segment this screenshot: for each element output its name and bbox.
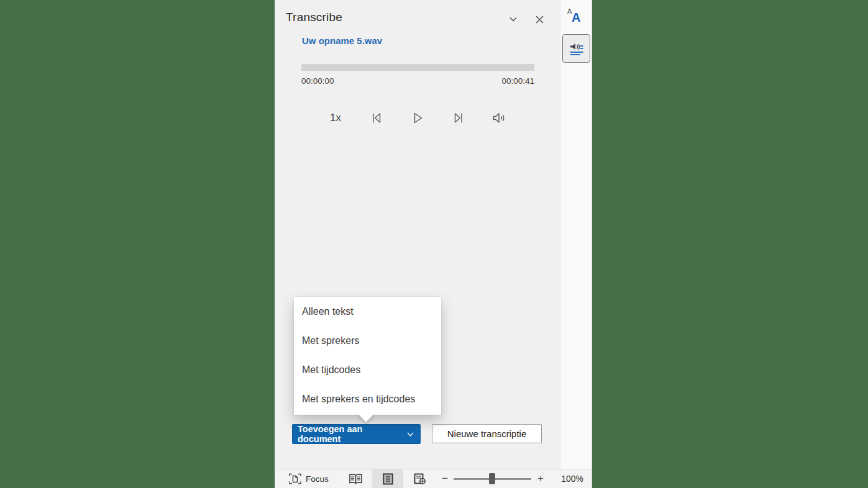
print-layout-button-selected[interactable] [372, 469, 403, 488]
add-to-document-menu: Alleen tekst Met sprekers Met tijdcodes … [294, 297, 441, 415]
focus-mode-button[interactable]: Focus [289, 469, 329, 488]
play-button[interactable] [409, 109, 426, 127]
zoom-out-button[interactable]: − [438, 469, 452, 488]
read-mode-book-icon [349, 474, 363, 484]
chevron-down-icon [508, 14, 518, 24]
web-layout-icon [414, 473, 426, 485]
playback-controls: 1x [275, 105, 560, 131]
tab-transcribe-pane-selected[interactable] [562, 34, 590, 63]
playback-speed-button[interactable]: 1x [327, 109, 344, 127]
skip-forward-icon [451, 111, 466, 125]
collapse-pane-button[interactable] [505, 11, 521, 27]
zoom-slider-handle[interactable] [489, 473, 495, 484]
skip-back-button[interactable] [368, 109, 385, 127]
volume-icon [491, 111, 508, 125]
skip-back-icon [369, 111, 384, 125]
transcribe-speaker-icon [568, 40, 585, 57]
elapsed-time: 00:00:00 [301, 76, 334, 86]
zoom-in-button[interactable]: + [534, 469, 547, 488]
menu-item-with-speakers-and-timestamps[interactable]: Met sprekers en tijdcodes [294, 384, 441, 413]
letter-a-large-icon: A [572, 11, 580, 25]
focus-icon [289, 473, 301, 485]
menu-item-with-timestamps[interactable]: Met tijdcodes [294, 355, 441, 384]
word-transcribe-window: Transcribe Uw opname 5.wav 00:00:00 00:0… [275, 0, 592, 488]
menu-item-text-only[interactable]: Alleen tekst [294, 297, 441, 326]
close-pane-button[interactable] [531, 11, 547, 27]
status-bar: Focus [275, 469, 592, 488]
focus-label: Focus [306, 474, 329, 484]
pane-tab-sidebar: A A [560, 0, 592, 469]
transcribe-pane: Transcribe Uw opname 5.wav 00:00:00 00:0… [275, 0, 560, 469]
menu-item-with-speakers[interactable]: Met sprekers [294, 326, 441, 355]
play-icon [410, 111, 425, 125]
skip-forward-button[interactable] [450, 109, 467, 127]
add-to-document-label: Toevoegen aan document [298, 424, 406, 444]
new-transcription-button[interactable]: Nieuwe transcriptie [432, 424, 542, 443]
read-mode-button[interactable] [340, 469, 371, 488]
volume-button[interactable] [491, 109, 508, 127]
pane-title: Transcribe [286, 11, 342, 24]
tab-text-pane[interactable]: A A [565, 7, 588, 29]
chevron-down-icon [406, 430, 414, 438]
zoom-level-button[interactable]: 100% [561, 469, 583, 488]
print-layout-icon [383, 473, 393, 485]
playback-progress-bar[interactable] [301, 64, 534, 71]
web-layout-button[interactable] [404, 469, 436, 488]
close-icon [535, 15, 544, 24]
recording-file-link[interactable]: Uw opname 5.wav [302, 35, 382, 46]
new-transcription-label: Nieuwe transcriptie [447, 428, 527, 439]
total-duration: 00:00:41 [501, 76, 534, 86]
time-row: 00:00:00 00:00:41 [301, 76, 534, 86]
add-to-document-button[interactable]: Toevoegen aan document [292, 424, 421, 444]
